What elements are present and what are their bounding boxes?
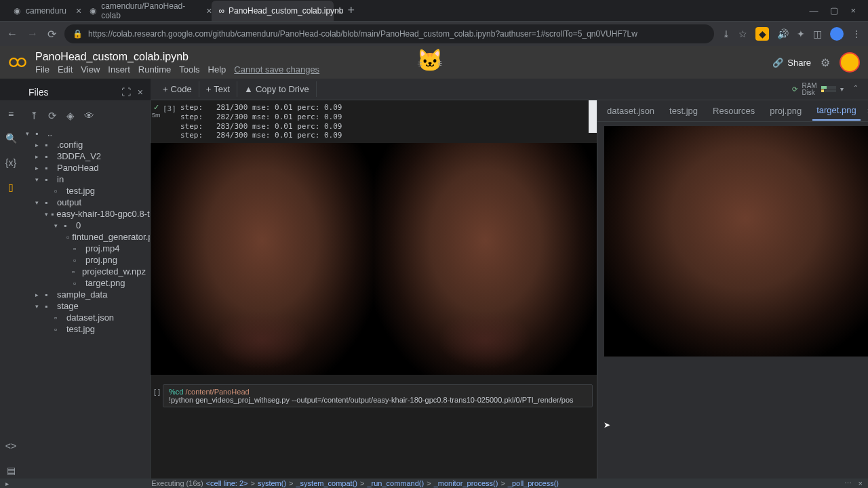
maximize-icon[interactable]: ▢ [830, 5, 838, 16]
back-icon[interactable]: ← [7, 28, 18, 40]
copy-to-drive-button[interactable]: ▲ Copy to Drive [237, 81, 317, 97]
colab-logo-icon[interactable] [8, 53, 27, 72]
chevron-icon: ▾ [35, 303, 42, 310]
url-input[interactable]: 🔒 https://colab.research.google.com/gith… [64, 24, 714, 43]
file-row[interactable]: ▫dataset.json [22, 312, 150, 323]
files-toolbar: ⤒ ⟳ ◈ 👁 [22, 106, 150, 126]
folder-row[interactable]: ▾▪easy-khair-180-gpc0.8-trans10-... [22, 208, 150, 220]
refresh-icon[interactable]: ⟳ [48, 110, 57, 122]
link-icon: 🔗 [772, 58, 783, 68]
files-tab-icon[interactable]: ▯ [8, 182, 14, 192]
cell-index: [ ] [154, 388, 160, 396]
extension-icon[interactable]: ◆ [755, 27, 769, 41]
close-window-icon[interactable]: × [850, 5, 856, 16]
new-tab-button[interactable]: + [348, 3, 355, 18]
terminal-icon[interactable]: ▤ [7, 465, 16, 476]
folder-row[interactable]: ▾▪stage [22, 300, 150, 312]
variables-icon[interactable]: {x} [5, 157, 16, 168]
close-panel-icon[interactable]: × [138, 87, 143, 98]
folder-icon: ▪ [35, 129, 45, 138]
preview-tab[interactable]: target.png [812, 101, 861, 121]
bookmark-icon[interactable]: ☆ [738, 28, 747, 39]
file-tree[interactable]: ▾▪..▸▪.config▸▪3DDFA_V2▸▪PanoHead▾▪in▫te… [22, 126, 150, 481]
browser-tab[interactable]: ◉ camenduru/PanoHead-colab [81, 1, 203, 21]
folder-row[interactable]: ▾▪0 [22, 220, 150, 231]
folder-icon: ▪ [45, 163, 54, 173]
file-icon: ▫ [54, 313, 64, 323]
file-row[interactable]: ▫test.jpg [22, 185, 150, 197]
file-row[interactable]: ▫projected_w.npz [22, 266, 150, 277]
forward-icon[interactable]: → [27, 28, 38, 40]
folder-row[interactable]: ▾▪.. [22, 127, 150, 139]
menu-icon[interactable]: ⋮ [852, 28, 861, 39]
status-more-icon[interactable]: ⋯ [844, 479, 852, 488]
tab-close-icon[interactable]: × [336, 5, 342, 16]
file-row[interactable]: ▫proj.mp4 [22, 243, 150, 254]
toc-icon[interactable]: ≡ [8, 108, 14, 119]
file-name: stage [57, 301, 79, 311]
gear-icon[interactable]: ⚙ [821, 56, 830, 69]
file-row[interactable]: ▫target.png [22, 277, 150, 289]
svg-point-0 [9, 58, 18, 66]
mount-drive-icon[interactable]: ◈ [66, 110, 75, 122]
folder-row[interactable]: ▾▪in [22, 174, 150, 185]
browser-tab[interactable]: ∞ PanoHead_custom_colab.ipynb [212, 1, 334, 21]
file-row[interactable]: ▫test.jpg [22, 323, 150, 335]
scrollbar-thumb[interactable] [589, 100, 597, 133]
folder-row[interactable]: ▸▪PanoHead [22, 162, 150, 174]
folder-row[interactable]: ▸▪sample_data [22, 289, 150, 300]
stack-crumb[interactable]: <cell line: 2> [206, 479, 248, 487]
folder-row[interactable]: ▾▪output [22, 197, 150, 208]
install-icon[interactable]: ⤓ [722, 28, 730, 39]
preview-tab[interactable]: test.jpg [665, 102, 702, 120]
tab-close-icon[interactable]: × [206, 5, 212, 16]
browser-tab-strip: ◉ camenduru × ◉ camenduru/PanoHead-colab… [0, 0, 868, 22]
preview-tab[interactable]: Resources [709, 102, 759, 120]
menu-insert[interactable]: Insert [108, 64, 130, 75]
expand-panel-icon[interactable]: ⛶ [121, 87, 131, 98]
user-avatar[interactable] [840, 52, 860, 73]
minimize-icon[interactable]: — [809, 5, 818, 16]
collapse-icon[interactable]: ˆ [854, 84, 857, 94]
reload-icon[interactable]: ⟳ [47, 28, 56, 41]
executing-label: Executing (16s) [151, 479, 203, 487]
stack-crumb[interactable]: _poll_process() [508, 479, 559, 487]
add-text-button[interactable]: + Text [199, 81, 237, 97]
chevron-down-icon[interactable]: ▾ [840, 85, 844, 93]
stack-crumb[interactable]: system() [258, 479, 286, 487]
preview-tab[interactable]: proj.png [766, 102, 806, 120]
menu-help[interactable]: Help [208, 64, 226, 75]
folder-row[interactable]: ▸▪.config [22, 139, 150, 150]
sound-icon[interactable]: 🔊 [777, 28, 789, 39]
upload-icon[interactable]: ⤒ [30, 110, 39, 122]
expand-status-icon[interactable]: ▸ [5, 480, 9, 487]
svg-point-1 [18, 58, 26, 66]
folder-row[interactable]: ▸▪3DDFA_V2 [22, 150, 150, 162]
file-row[interactable]: ▫fintuned_generator.pkl [22, 231, 150, 243]
code-icon[interactable]: <> [5, 441, 16, 451]
toggle-hidden-icon[interactable]: 👁 [84, 110, 94, 122]
menu-runtime[interactable]: Runtime [138, 64, 171, 75]
stack-crumb[interactable]: _system_compat() [296, 479, 357, 487]
share-button[interactable]: 🔗 Share [772, 58, 811, 68]
stack-crumb[interactable]: _monitor_process() [434, 479, 498, 487]
browser-tab[interactable]: ◉ camenduru [5, 1, 73, 21]
cell-gutter[interactable]: ✓ 5m [152, 103, 161, 119]
ram-disk-indicator[interactable]: ⟳ RAM Disk ▾ [792, 83, 848, 96]
side-panel-icon[interactable]: ◫ [813, 28, 822, 39]
tab-close-icon[interactable]: × [76, 5, 81, 16]
notebook-title[interactable]: PanoHead_custom_colab.ipynb [35, 51, 319, 63]
profile-avatar[interactable] [830, 27, 844, 41]
menu-file[interactable]: File [35, 64, 50, 75]
stack-crumb[interactable]: _run_command() [367, 479, 424, 487]
menu-edit[interactable]: Edit [58, 64, 73, 75]
code-cell[interactable]: [ ] %cd /content/PanoHead !python gen_vi… [163, 384, 593, 407]
preview-tab[interactable]: dataset.json [603, 102, 658, 120]
search-icon[interactable]: 🔍 [5, 133, 17, 144]
menu-view[interactable]: View [81, 64, 100, 75]
menu-tools[interactable]: Tools [179, 64, 199, 75]
add-code-button[interactable]: + Code [156, 81, 199, 97]
status-close-icon[interactable]: × [859, 479, 863, 488]
file-row[interactable]: ▫proj.png [22, 254, 150, 266]
extensions-icon[interactable]: ✦ [797, 28, 805, 39]
